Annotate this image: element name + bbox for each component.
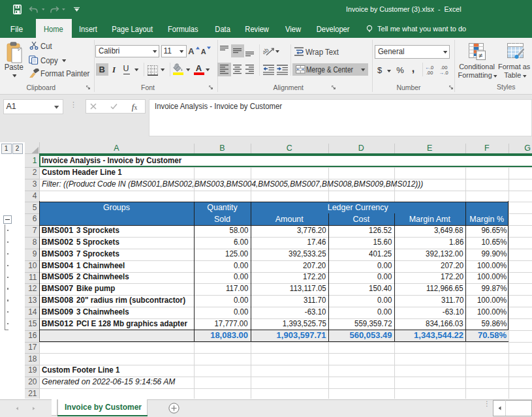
svg-text:≠: ≠ <box>478 52 482 59</box>
svg-text:ab: ab <box>263 46 270 55</box>
svg-text:.00: .00 <box>426 70 433 75</box>
svg-text:.0: .0 <box>445 70 448 75</box>
svg-text:→: → <box>439 70 444 75</box>
